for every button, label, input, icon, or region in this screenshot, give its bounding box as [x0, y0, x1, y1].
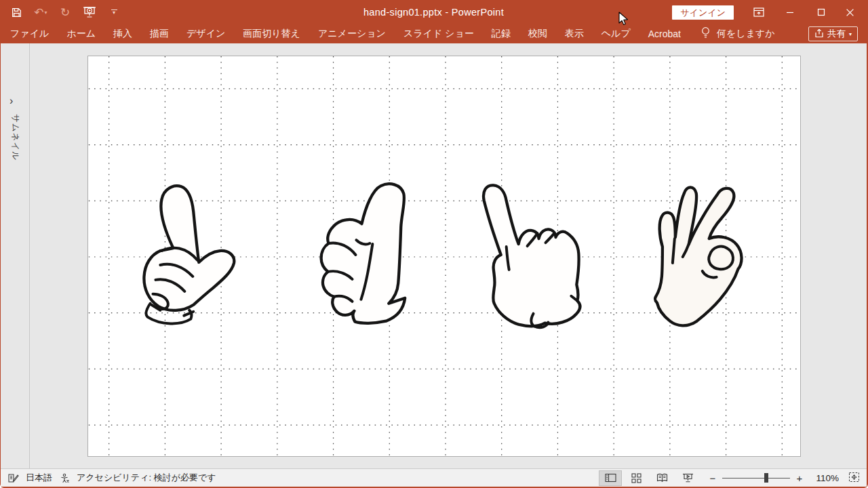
title-bar: ↶▾ ↻ ▾ hand-sign01.pptx - PowerPoint サイン…: [1, 0, 867, 24]
accessibility-status[interactable]: アクセシビリティ: 検討が必要です: [77, 472, 216, 484]
tab-view[interactable]: 表示: [556, 24, 593, 43]
share-caret-icon: ▾: [849, 31, 852, 37]
normal-view-button[interactable]: [599, 470, 622, 486]
ribbon-tab-row: ファイル ホーム 挿入 描画 デザイン 画面切り替え アニメーション スライド …: [1, 24, 867, 43]
zoom-slider[interactable]: [722, 473, 790, 483]
thumbnail-panel-collapsed: › サムネイル: [1, 43, 30, 470]
zoom-level[interactable]: 110%: [812, 473, 839, 483]
tab-acrobat[interactable]: Acrobat: [639, 24, 690, 43]
thumbs-up-hand[interactable]: [321, 184, 406, 323]
tab-transitions[interactable]: 画面切り替え: [234, 24, 309, 43]
fit-slide-to-window-button[interactable]: [848, 472, 860, 485]
start-slideshow-icon[interactable]: [82, 4, 97, 20]
save-icon[interactable]: [9, 4, 24, 20]
zoom-slider-handle[interactable]: [764, 473, 768, 483]
minimize-button[interactable]: [778, 0, 802, 24]
share-label: 共有: [827, 28, 846, 40]
slideshow-view-button[interactable]: [676, 470, 699, 486]
zoom-in-button[interactable]: +: [795, 472, 804, 484]
undo-caret-icon[interactable]: ▾: [45, 9, 47, 16]
tab-draw[interactable]: 描画: [141, 24, 178, 43]
customize-quick-access-toolbar-icon[interactable]: ▾: [106, 4, 121, 20]
workspace: › サムネイル: [1, 43, 867, 470]
slide-content: [88, 56, 800, 456]
share-icon: [814, 28, 824, 40]
tab-home[interactable]: ホーム: [58, 24, 104, 43]
tab-help[interactable]: ヘルプ: [593, 24, 639, 43]
tab-insert[interactable]: 挿入: [104, 24, 141, 43]
tab-file[interactable]: ファイル: [1, 24, 58, 43]
share-button[interactable]: 共有 ▾: [808, 26, 858, 41]
tell-me-box[interactable]: 何をしますか: [701, 26, 775, 41]
powerpoint-window: ↶▾ ↻ ▾ hand-sign01.pptx - PowerPoint サイン…: [0, 0, 868, 488]
ribbon-display-options-button[interactable]: [747, 0, 770, 24]
tab-record[interactable]: 記録: [483, 24, 519, 43]
slide-sorter-view-button[interactable]: [625, 470, 648, 486]
language-status[interactable]: 日本語: [26, 472, 52, 484]
status-bar-left: 日本語 アクセシビリティ: 検討が必要です: [1, 472, 216, 484]
zoom-controls: − + 110%: [709, 472, 839, 484]
expand-thumbnails-chevron-icon[interactable]: ›: [9, 95, 13, 107]
lightbulb-icon: [701, 26, 711, 41]
tab-animations[interactable]: アニメーション: [309, 24, 395, 43]
ok-sign-hand[interactable]: [655, 187, 742, 325]
tab-design[interactable]: デザイン: [178, 24, 234, 43]
quick-access-toolbar: ↶▾ ↻ ▾: [9, 0, 121, 24]
undo-icon[interactable]: ↶▾: [33, 4, 48, 20]
tab-review[interactable]: 校閲: [519, 24, 556, 43]
window-title: hand-sign01.pptx - PowerPoint: [1, 0, 867, 24]
accessibility-icon: [59, 473, 70, 483]
thumbnail-panel-label[interactable]: サムネイル: [9, 114, 21, 161]
maximize-button[interactable]: [810, 0, 833, 24]
zoom-out-button[interactable]: −: [709, 472, 717, 484]
sign-in-button[interactable]: サインイン: [672, 5, 734, 20]
pointing-index-finger-hand[interactable]: [484, 185, 580, 327]
slide-canvas[interactable]: [87, 56, 801, 457]
status-bar: 日本語 アクセシビリティ: 検討が必要です −: [1, 468, 867, 487]
tell-me-label: 何をしますか: [717, 28, 775, 40]
redo-icon[interactable]: ↻: [58, 4, 73, 20]
status-bar-right: − + 110%: [599, 470, 867, 486]
close-button[interactable]: [838, 0, 861, 24]
reading-view-button[interactable]: [650, 470, 673, 486]
spell-check-icon[interactable]: [7, 473, 19, 483]
tab-slideshow[interactable]: スライド ショー: [395, 24, 483, 43]
thumbs-up-with-pinky-hand[interactable]: [144, 186, 234, 323]
